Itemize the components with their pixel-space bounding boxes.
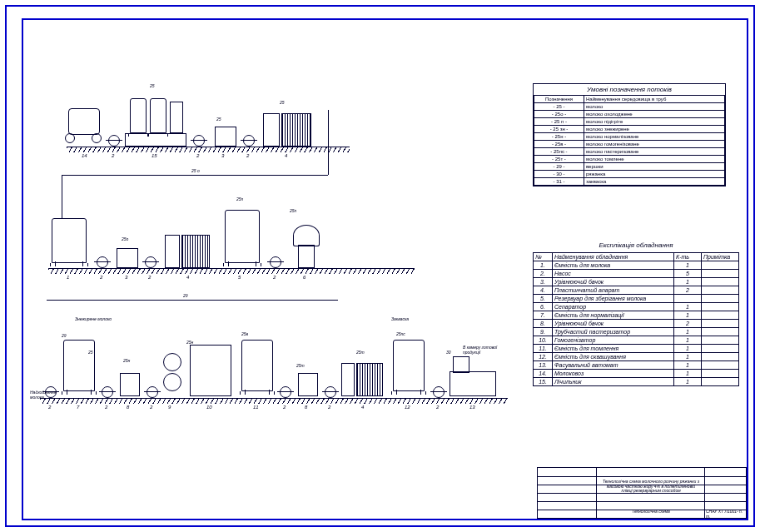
flow-code: - 25н - [534, 133, 584, 141]
equip-qty: 1 [674, 353, 702, 361]
flow-legend-row: - 30 -ряжанка [534, 171, 725, 178]
equip-n: 7. [534, 311, 553, 320]
flow-name: молоко підігріте [584, 118, 725, 126]
flow-name: ряжанка [584, 171, 725, 178]
equipment-row: 7.Ємність для нормалізації1 [534, 311, 739, 320]
equip-name: Урівнюючий бачок [553, 320, 674, 328]
equip-note [702, 270, 739, 278]
equip-pump [97, 256, 108, 268]
equip-name: Фасувальний автомат [553, 361, 674, 370]
tank-legs [228, 261, 256, 266]
equip-pump [147, 386, 158, 398]
pipe [62, 175, 328, 176]
equip-n: 1. [534, 261, 553, 270]
equip-qty: 5 [674, 270, 702, 278]
flow-legend-row: - 25 п -молоко підігріте [534, 118, 725, 126]
equip-separator-bowl [293, 225, 320, 246]
equip-col-qty: К-ть [674, 253, 702, 261]
equipment-row: 10.Гомогенізатор1 [534, 336, 739, 345]
flow-name: молоко охолоджене [584, 111, 725, 118]
equip-note [702, 303, 739, 311]
equip-note [702, 328, 739, 336]
equip-note [702, 286, 739, 295]
equip-plate-heat-exchanger [181, 235, 210, 268]
equip-n: 12. [534, 353, 553, 361]
equipment-row: 13.Фасувальний автомат1 [534, 361, 739, 370]
label-starter: Закваска [391, 316, 409, 321]
equip-name: Ємність для молока [553, 261, 674, 270]
flow-name: закваска [584, 178, 725, 186]
equip-name: Резервуар для зберігання молока [553, 295, 674, 303]
equip-name: Сепаратор [553, 303, 674, 311]
pipe [62, 175, 62, 220]
equip-name: Гомогенізатор [553, 336, 674, 345]
label-skim-milk: Знежирене молоко [75, 316, 112, 321]
equip-meter-tank [150, 98, 166, 133]
equip-name: Пластинчатий апарат [553, 286, 674, 295]
equipment-row: 1.Ємність для молока1 [534, 261, 739, 270]
equipment-row: 6.Сепаратор1 [534, 303, 739, 311]
flow-legend-row: - 25о -молоко охолоджене [534, 111, 725, 118]
equip-note [702, 311, 739, 320]
title-block-main: Технологічна схема молочного розчину ряж… [601, 480, 701, 494]
wheel-icon [65, 133, 75, 143]
equipment-row: 14.Молоковоз1 [534, 370, 739, 378]
flow-code: - 25 зн - [534, 126, 584, 133]
equip-note [702, 353, 739, 361]
equip-qty: 1 [674, 336, 702, 345]
equipment-title: Експлікація обладнання [533, 241, 739, 249]
equip-plate-frame [263, 113, 280, 147]
equip-n: 9. [534, 328, 553, 336]
equip-pump [145, 256, 156, 268]
flow-name: вершки [584, 163, 725, 171]
equip-n: 10. [534, 336, 553, 345]
equip-norm-tank [63, 340, 95, 391]
equip-fermentation-tank [393, 340, 425, 391]
flow-legend-row: - 25н -молоко нормалізоване [534, 133, 725, 141]
flow-code: - 25 - [534, 103, 584, 111]
equip-plate-heat-exchanger [356, 363, 383, 396]
flow-legend-row: - 25 зн -молоко знежирене [534, 126, 725, 133]
equip-name: Урівнюючий бачок [553, 278, 674, 286]
hatch-row2 [48, 269, 415, 274]
equip-packer-hopper [453, 356, 469, 373]
equip-qty: 1 [674, 378, 702, 386]
equip-meter-base [125, 133, 186, 147]
equip-n: 15. [534, 378, 553, 386]
flow-legend-row: - 25 -молоко [534, 103, 725, 111]
equip-qty: 1 [674, 361, 702, 370]
flow-code: - 25о - [534, 111, 584, 118]
flow-legend-row: - 29 -вершки [534, 163, 725, 171]
equip-name: Трубчастий пастеризатор [553, 328, 674, 336]
flow-code: - 31 - [534, 178, 584, 186]
label-incoming: Надходження молока [30, 390, 47, 400]
flow-code: - 25пс - [534, 148, 584, 156]
equip-n: 11. [534, 345, 553, 353]
flow-legend-title: Умовні позначення потоків [534, 84, 725, 95]
flow-legend-col0: Позначення [534, 96, 584, 103]
equip-qty: 2 [674, 286, 702, 295]
equip-note [702, 261, 739, 270]
equipment-table: Експлікація обладнання № Найменування об… [533, 241, 739, 386]
equip-qty: 2 [674, 320, 702, 328]
equip-pump [280, 386, 291, 398]
flow-name: молоко нормалізоване [584, 133, 725, 141]
equip-qty: 1 [674, 303, 702, 311]
equip-packer [450, 371, 496, 396]
title-block-footer-right: СНАУ ХТ Л1001- п. т. [706, 510, 744, 519]
flow-code: - 25т - [534, 156, 584, 163]
flow-legend-row: - 25пс -молоко пастеризоване [534, 148, 725, 156]
equip-n: 6. [534, 303, 553, 311]
label-to-store: В камеру готової продукції [463, 345, 513, 355]
equip-note [702, 378, 739, 386]
flow-code: - 25 п - [534, 118, 584, 126]
equip-balance-tank [117, 248, 138, 268]
equip-separator-base [298, 245, 315, 268]
flow-code: - 25в - [534, 141, 584, 148]
equip-pump [108, 135, 120, 147]
equip-col-note: Примітка [702, 253, 739, 261]
equip-n: 13. [534, 361, 553, 370]
equipment-row: 5.Резервуар для зберігання молока [534, 295, 739, 303]
equip-col-name: Найменування обладнання [553, 253, 674, 261]
flow-legend: Умовні позначення потоків Позначення Най… [533, 83, 726, 186]
